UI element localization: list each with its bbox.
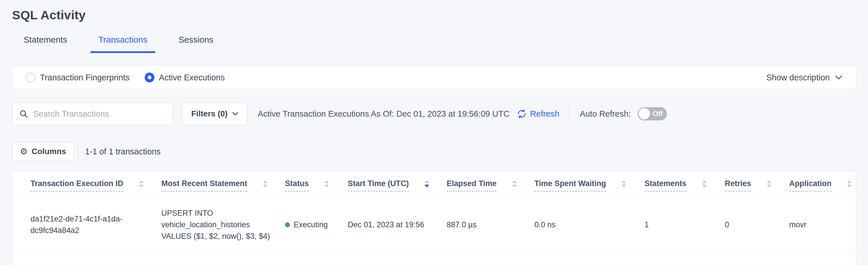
status-label: Executing (293, 219, 328, 231)
sort-icon (512, 180, 517, 187)
auto-refresh-label: Auto Refresh: (580, 109, 631, 119)
sort-icon (622, 180, 626, 187)
sort-icon (847, 180, 851, 187)
column-header-application[interactable]: Application (789, 179, 851, 198)
auto-refresh-toggle[interactable]: Off (638, 107, 667, 121)
column-header-label: Elapsed Time (447, 179, 497, 191)
radio-unselected-icon (26, 73, 35, 82)
radio-label: Active Executions (159, 73, 225, 82)
columns-label: Columns (32, 147, 66, 156)
search-box[interactable] (12, 103, 173, 125)
cell-most-recent-statement: UPSERT INTO vehicle_location_histories V… (161, 207, 285, 242)
column-header-transaction-execution-id[interactable]: Transaction Execution ID (30, 179, 161, 198)
filters-button[interactable]: Filters (0) (182, 103, 247, 125)
column-header-retries[interactable]: Retries (725, 179, 789, 198)
controls-row: Filters (0) Active Transaction Execution… (12, 103, 856, 125)
sort-icon (263, 180, 268, 187)
columns-button[interactable]: ⚙ Columns (12, 142, 74, 161)
result-count: 1-1 of 1 transactions (85, 147, 161, 156)
column-header-label: Status (285, 179, 309, 191)
column-header-label: Transaction Execution ID (30, 179, 123, 191)
view-mode-radio-group: Transaction Fingerprints Active Executio… (26, 73, 240, 82)
toolbar-divider (78, 142, 78, 161)
sort-icon (324, 180, 329, 187)
tab-bar: Statements Transactions Sessions (12, 35, 856, 52)
gear-icon: ⚙ (20, 147, 28, 156)
as-of-timestamp: Active Transaction Executions As Of: Dec… (258, 109, 509, 119)
radio-transaction-fingerprints[interactable]: Transaction Fingerprints (26, 73, 130, 82)
toggle-state-label: Off (653, 110, 663, 118)
refresh-button[interactable]: Refresh (517, 109, 559, 119)
refresh-icon (517, 109, 527, 119)
sort-icon (767, 180, 771, 187)
table-toolbar: ⚙ Columns 1-1 of 1 transactions (12, 142, 856, 161)
cell-transaction-execution-id: da1f21e2-de71-4c1f-a1da-dc9fc94a84a2 (30, 213, 143, 236)
tab-statements[interactable]: Statements (21, 35, 70, 52)
show-description-label: Show description (766, 73, 830, 82)
cell-retries: 0 (725, 219, 789, 231)
refresh-label: Refresh (530, 109, 559, 119)
cell-statements: 1 (645, 219, 725, 231)
cell-elapsed-time: 887.0 µs (447, 219, 534, 231)
status-executing-dot-icon (285, 222, 290, 227)
radio-active-executions[interactable]: Active Executions (145, 73, 225, 82)
column-header-label: Time Spent Waiting (534, 179, 606, 191)
column-header-label: Start Time (UTC) (348, 179, 409, 191)
sql-activity-page: SQL Activity Statements Transactions Ses… (0, 0, 868, 265)
column-header-elapsed-time[interactable]: Elapsed Time (447, 179, 534, 198)
search-icon (19, 109, 28, 118)
tab-sessions[interactable]: Sessions (176, 35, 216, 52)
search-input[interactable] (33, 109, 166, 119)
column-header-label: Retries (725, 179, 751, 191)
chevron-down-icon (232, 112, 239, 116)
page-title: SQL Activity (12, 0, 856, 22)
column-header-statements[interactable]: Statements (645, 179, 725, 198)
vertical-divider (568, 106, 569, 122)
cell-time-spent-waiting: 0.0 ns (534, 219, 645, 231)
chevron-down-icon (835, 75, 842, 80)
show-description-toggle[interactable]: Show description (766, 73, 842, 82)
column-header-label: Application (789, 179, 832, 191)
radio-selected-icon (145, 73, 154, 82)
column-header-status[interactable]: Status (285, 179, 348, 198)
table-row[interactable]: da1f21e2-de71-4c1f-a1da-dc9fc94a84a2 UPS… (12, 198, 856, 251)
sort-desc-icon (425, 180, 429, 187)
sort-icon (139, 180, 144, 187)
column-header-time-spent-waiting[interactable]: Time Spent Waiting (534, 179, 645, 198)
cell-application: movr (789, 219, 844, 231)
column-header-most-recent-statement[interactable]: Most Recent Statement (161, 179, 285, 198)
filters-label: Filters (0) (191, 109, 227, 118)
cell-status: Executing (285, 219, 348, 231)
view-mode-card: Transaction Fingerprints Active Executio… (12, 66, 856, 89)
column-header-label: Most Recent Statement (161, 179, 247, 191)
column-header-start-time[interactable]: Start Time (UTC) (348, 179, 447, 198)
radio-label: Transaction Fingerprints (40, 73, 130, 82)
transactions-table: Transaction Execution ID Most Recent Sta… (12, 172, 856, 264)
column-header-label: Statements (645, 179, 686, 191)
table-header-row: Transaction Execution ID Most Recent Sta… (12, 172, 856, 198)
toggle-knob (639, 108, 650, 120)
cell-start-time: Dec 01, 2023 at 19:56 (348, 219, 447, 231)
sort-icon (702, 180, 707, 187)
tab-transactions[interactable]: Transactions (95, 35, 150, 52)
